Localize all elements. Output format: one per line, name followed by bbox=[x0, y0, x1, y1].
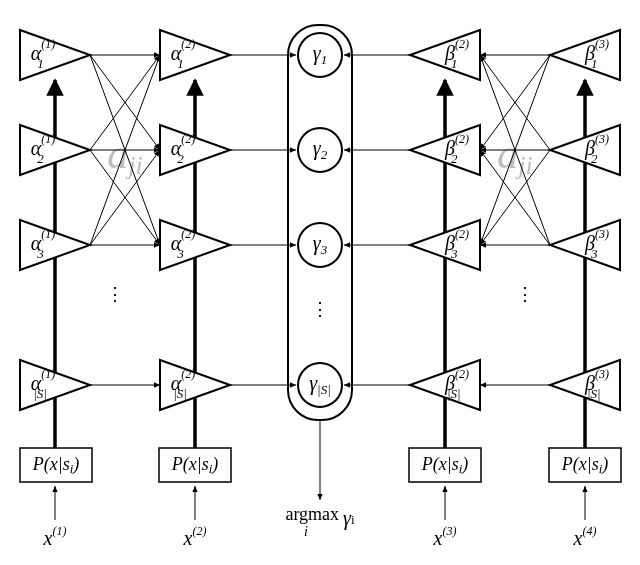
svg-text:⋮: ⋮ bbox=[436, 299, 454, 319]
transition-label-right: aji bbox=[497, 131, 532, 180]
lbl-x3: x(3) bbox=[433, 524, 457, 549]
svg-text:⋮: ⋮ bbox=[186, 299, 204, 319]
svg-text:⋮: ⋮ bbox=[311, 299, 329, 319]
lbl-x2: x(2) bbox=[183, 524, 207, 549]
transition-label-left: aji bbox=[107, 131, 142, 180]
lbl-x1: x(1) bbox=[43, 524, 67, 549]
svg-text:⋮: ⋮ bbox=[106, 284, 124, 304]
edges-alpha2-gamma bbox=[230, 55, 296, 385]
vdots-row: ⋮ ⋮ ⋮ ⋮ ⋮ bbox=[106, 284, 534, 319]
edges-alpha1-alpha2 bbox=[90, 55, 160, 385]
edges-beta2-gamma bbox=[344, 55, 410, 385]
edges-beta3-beta2 bbox=[480, 55, 550, 385]
svg-text:⋮: ⋮ bbox=[516, 284, 534, 304]
lbl-argmax: argmaxγi bbox=[285, 504, 355, 530]
gamma-col bbox=[298, 33, 342, 407]
lbl-x4: x(4) bbox=[573, 524, 597, 549]
lbl-argmax-sub: i bbox=[304, 524, 308, 539]
bcjr-diagram: aji aji bbox=[0, 0, 640, 565]
